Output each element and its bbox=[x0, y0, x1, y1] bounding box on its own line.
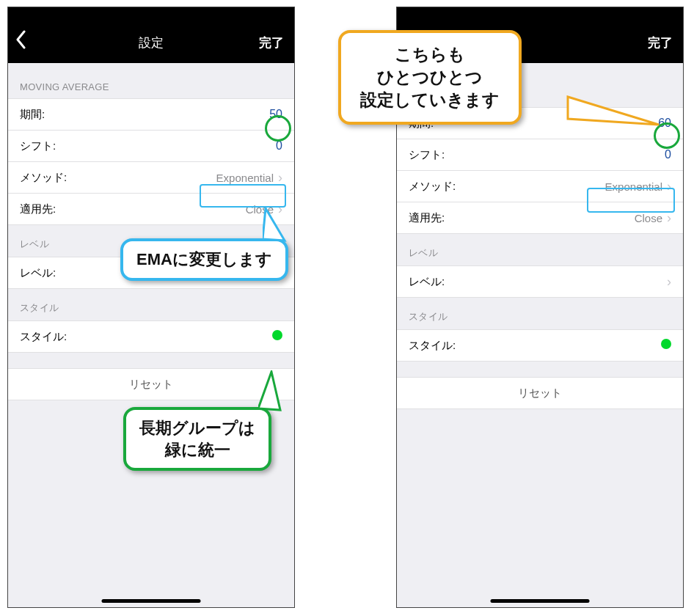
period-value: 50 bbox=[45, 108, 282, 121]
style-label: スタイル: bbox=[20, 330, 67, 344]
row-apply[interactable]: 適用先: Close › bbox=[397, 202, 683, 234]
callout-orange-line1: こちらも bbox=[360, 43, 500, 66]
chevron-right-icon: › bbox=[667, 275, 671, 288]
callout-orange-line2: ひとつひとつ bbox=[360, 66, 500, 89]
chevron-right-icon: › bbox=[667, 211, 671, 224]
apply-label: 適用先: bbox=[20, 202, 56, 216]
level-label: レベル: bbox=[20, 266, 56, 280]
apply-value: Close bbox=[445, 212, 662, 224]
reset-label: リセット bbox=[129, 378, 173, 392]
method-label: メソッド: bbox=[20, 171, 67, 185]
level-label: レベル: bbox=[409, 275, 445, 289]
color-dot-icon bbox=[272, 330, 282, 340]
apply-label: 適用先: bbox=[409, 211, 445, 225]
style-label: スタイル: bbox=[409, 339, 456, 353]
callout-green-line2: 緑に統一 bbox=[139, 439, 255, 461]
chevron-right-icon: › bbox=[278, 171, 282, 184]
reset-button[interactable]: リセット bbox=[397, 377, 683, 409]
callout-orange: こちらも ひとつひとつ 設定していきます bbox=[338, 30, 522, 125]
shift-label: シフト: bbox=[20, 139, 56, 153]
method-label: メソッド: bbox=[409, 180, 456, 194]
callout-green: 長期グループは 緑に統一 bbox=[123, 407, 271, 471]
color-dot-icon bbox=[661, 339, 671, 349]
shift-value: 0 bbox=[56, 139, 282, 153]
section-header-style: スタイル bbox=[8, 288, 294, 320]
style-color-swatch bbox=[456, 339, 671, 352]
reset-label: リセット bbox=[518, 386, 562, 400]
section-header-moving-average: MOVING AVERAGE bbox=[8, 63, 294, 98]
shift-value: 0 bbox=[445, 148, 671, 161]
callout-orange-line3: 設定していきます bbox=[360, 89, 500, 111]
style-color-swatch bbox=[67, 330, 282, 343]
row-shift[interactable]: シフト: 0 bbox=[397, 139, 683, 171]
done-button[interactable]: 完了 bbox=[648, 34, 673, 51]
row-style[interactable]: スタイル: bbox=[8, 320, 294, 353]
row-shift[interactable]: シフト: 0 bbox=[8, 130, 294, 162]
done-button[interactable]: 完了 bbox=[259, 34, 284, 51]
row-period[interactable]: 期間: 50 bbox=[8, 98, 294, 131]
chevron-right-icon: › bbox=[278, 202, 282, 216]
section-header-style: スタイル bbox=[397, 297, 683, 329]
navbar-title: 設定 bbox=[8, 34, 294, 51]
callout-ema-text: EMAに変更します bbox=[136, 250, 272, 268]
chevron-right-icon: › bbox=[667, 180, 671, 193]
row-apply[interactable]: 適用先: Close › bbox=[8, 193, 294, 225]
apply-value: Close bbox=[56, 203, 274, 216]
home-indicator bbox=[491, 599, 590, 603]
method-value: Exponential bbox=[67, 172, 274, 184]
method-value: Exponential bbox=[456, 180, 662, 193]
row-method[interactable]: メソッド: Exponential › bbox=[8, 161, 294, 194]
home-indicator bbox=[102, 599, 201, 603]
row-level[interactable]: レベル: › bbox=[397, 265, 683, 298]
shift-label: シフト: bbox=[409, 148, 445, 162]
section-header-level: レベル bbox=[397, 233, 683, 265]
row-method[interactable]: メソッド: Exponential › bbox=[397, 170, 683, 202]
phone-left: 設定 完了 MOVING AVERAGE 期間: 50 シフト: 0 メソッド:… bbox=[7, 7, 295, 608]
reset-button[interactable]: リセット bbox=[8, 368, 294, 400]
row-style[interactable]: スタイル: bbox=[397, 329, 683, 362]
callout-ema: EMAに変更します bbox=[120, 238, 288, 281]
callout-green-line1: 長期グループは bbox=[139, 417, 255, 439]
period-label: 期間: bbox=[20, 108, 45, 122]
navbar: 設定 完了 bbox=[8, 7, 294, 63]
